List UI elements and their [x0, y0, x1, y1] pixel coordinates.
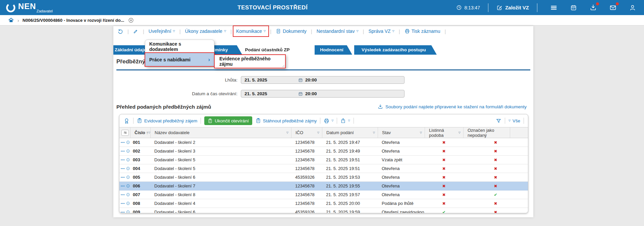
create-vz-button[interactable]: Založit VZ: [496, 5, 529, 11]
submenu-evidence-predbezneho-zajmu[interactable]: Evidence předběžného zájmu: [214, 54, 286, 68]
app-logo[interactable]: NENZadavatel: [0, 2, 53, 13]
environment-title: TESTOVACÍ PROSTŘEDÍ: [237, 0, 308, 15]
stahnout-label: Stáhnout předběžné zájmy: [263, 118, 317, 123]
menu-item-komunikace-s-dodavatelem[interactable]: Komunikace s dodavatelem: [145, 40, 214, 53]
seal-button[interactable]: [123, 118, 130, 124]
info-icon[interactable]: [126, 175, 130, 180]
filter-caret-icon[interactable]: ▽: [317, 131, 319, 134]
cell-cislo: 001: [130, 140, 150, 145]
column-header-cislo[interactable]: Číslo↑▽: [130, 127, 150, 138]
home-button[interactable]: [8, 17, 14, 23]
column-header-datum[interactable]: Datum podání▽: [322, 127, 378, 138]
share-icon: [340, 118, 346, 123]
row-menu-dots[interactable]: •••: [121, 141, 125, 144]
menu-tisk-zaznamu[interactable]: Tisk záznamu: [403, 27, 442, 35]
menu-ukony-zadavatele[interactable]: Úkony zadavatele▽: [184, 27, 227, 35]
tab-hodnoceni[interactable]: Hodnocení: [315, 45, 352, 55]
info-icon[interactable]: [126, 149, 130, 154]
info-icon[interactable]: [126, 140, 130, 145]
table-row[interactable]: ••• 004 Dodavatel - školení 5 12345678 2…: [119, 164, 528, 173]
column-label: Číslo: [135, 130, 145, 135]
profile-button[interactable]: [629, 4, 636, 11]
column-header-nazev[interactable]: Název dodavatele▽: [150, 127, 291, 138]
row-menu-dots[interactable]: •••: [121, 193, 125, 196]
filter-caret-icon[interactable]: ▽: [420, 131, 422, 134]
menu-komunikace[interactable]: Komunikace▽: [235, 27, 267, 35]
downloads-button[interactable]: [590, 4, 597, 11]
row-menu-dots[interactable]: •••: [121, 167, 125, 170]
cell-ico: 12345678: [291, 140, 322, 145]
column-settings[interactable]: [119, 127, 130, 138]
calendar-button[interactable]: [570, 4, 577, 11]
evidovat-button[interactable]: Evidovat předběžný zájem: [137, 118, 197, 123]
info-icon[interactable]: [126, 157, 130, 162]
row-menu-dots[interactable]: •••: [121, 150, 125, 153]
refresh-button[interactable]: [116, 27, 124, 35]
divider: |: [399, 29, 400, 34]
info-icon[interactable]: [126, 210, 130, 213]
nen-logo-icon: [5, 2, 16, 13]
menu-item-prace-s-nabidkami[interactable]: Práce s nabídkami›: [145, 53, 214, 66]
print-table-button[interactable]: ▽: [324, 118, 333, 124]
row-menu-dots[interactable]: •••: [121, 202, 125, 205]
filter-caret-icon[interactable]: ▽: [286, 131, 288, 134]
column-header-nepodany[interactable]: Označen jako nepodaný: [463, 127, 510, 138]
export-button[interactable]: ▽: [340, 118, 350, 123]
printer-icon: [405, 29, 410, 34]
calendar-icon[interactable]: [298, 78, 303, 82]
cell-ico: 12345678: [291, 183, 322, 188]
table-row[interactable]: ••• 007 Dodavatel - školení 8 12345678 2…: [119, 190, 528, 199]
main-menu-button[interactable]: [550, 4, 557, 11]
info-icon[interactable]: [126, 201, 130, 206]
messages-button[interactable]: [609, 4, 616, 11]
info-icon[interactable]: [126, 166, 130, 171]
breadcrumb: › N006/25/V00004860 - Inovace v rozvoji …: [0, 15, 644, 25]
menu-sprava-vz[interactable]: Správa VZ▽: [367, 27, 395, 35]
download-tray-icon: [590, 4, 597, 11]
table-toolbar: Evidovat předběžný zájem Ukončit otevírá…: [119, 114, 528, 127]
filter-caret-icon[interactable]: ▽: [373, 131, 375, 134]
table-header: Číslo↑▽ Název dodavatele▽ IČO▽ Datum pod…: [119, 127, 528, 138]
menu-uverejneni[interactable]: Uveřejnění▽: [147, 27, 176, 35]
filter-button[interactable]: [496, 118, 501, 124]
info-icon[interactable]: [126, 192, 130, 197]
table-row[interactable]: ••• 008 Dodavatel - školení 4 12345678 2…: [119, 199, 528, 208]
row-menu-dots[interactable]: •••: [121, 184, 125, 188]
tab-vysledek-zadavaciho-postupu[interactable]: Výsledek zadávacího postupu: [354, 45, 437, 55]
row-menu-dots[interactable]: •••: [121, 211, 125, 214]
ukoncit-oteviranì-button[interactable]: Ukončit otevírání: [204, 116, 252, 125]
table-row[interactable]: ••• 001 Dodavatel - školení 2 12345678 2…: [119, 138, 528, 147]
lhuta-datetime-field[interactable]: 21. 5. 2025 20:00: [241, 76, 405, 84]
files-download-link[interactable]: Soubory podání najdete připravené ke sta…: [378, 104, 527, 109]
column-header-stav[interactable]: Stav▽: [378, 127, 425, 138]
menu-dokumenty[interactable]: Dokumenty: [274, 27, 308, 35]
oteviranì-datetime-field[interactable]: 21. 5. 2025 20:00: [241, 90, 405, 98]
calendar-icon[interactable]: [298, 92, 303, 96]
table-row[interactable]: ••• 006 Dodavatel - školení 7 12345678 2…: [119, 182, 528, 190]
divider: [201, 118, 201, 124]
cell-cislo: 006: [130, 183, 150, 188]
cell-stav: Otevřena: [378, 166, 425, 171]
table-row[interactable]: ••• 009 Dodavatel - školení 6 45359326 2…: [119, 208, 528, 213]
row-menu-dots[interactable]: •••: [121, 176, 125, 179]
row-menu-dots[interactable]: •••: [121, 158, 125, 162]
breadcrumb-item[interactable]: N006/25/V00004860 - Inovace v rozvoji ří…: [22, 18, 124, 23]
close-tab-button[interactable]: [128, 17, 134, 23]
cell-oznacen-jako-nepodany: ✖: [463, 149, 528, 154]
column-header-listinna[interactable]: Listinná podoba▽: [425, 127, 463, 138]
filter-caret-icon[interactable]: ▽: [459, 131, 461, 134]
info-icon[interactable]: [126, 183, 130, 188]
cell-stav: Otevřena: [378, 192, 425, 197]
row-actions: •••: [119, 157, 130, 162]
caret-down-icon: ▽: [224, 30, 226, 33]
column-header-ico[interactable]: IČO▽: [291, 127, 322, 138]
table-row[interactable]: ••• 005 Dodavatel - školení 6 45359326 2…: [119, 173, 528, 182]
view-all-button[interactable]: ▽Vše: [508, 118, 520, 123]
table-row[interactable]: ••• 003 Dodavatel - školení 5 12345678 2…: [119, 156, 528, 164]
edit-button[interactable]: [132, 27, 140, 35]
stahnout-button[interactable]: Stáhnout předběžné zájmy: [256, 118, 317, 123]
cell-cislo: 004: [130, 166, 150, 171]
table-row[interactable]: ••• 002 Dodavatel - školení 3 12345678 2…: [119, 147, 528, 156]
menu-nestandardni-stav[interactable]: Nestandardní stav▽: [315, 27, 360, 35]
tab-podani-ucastniku-zp[interactable]: Podání účastníků ZP: [242, 45, 296, 55]
